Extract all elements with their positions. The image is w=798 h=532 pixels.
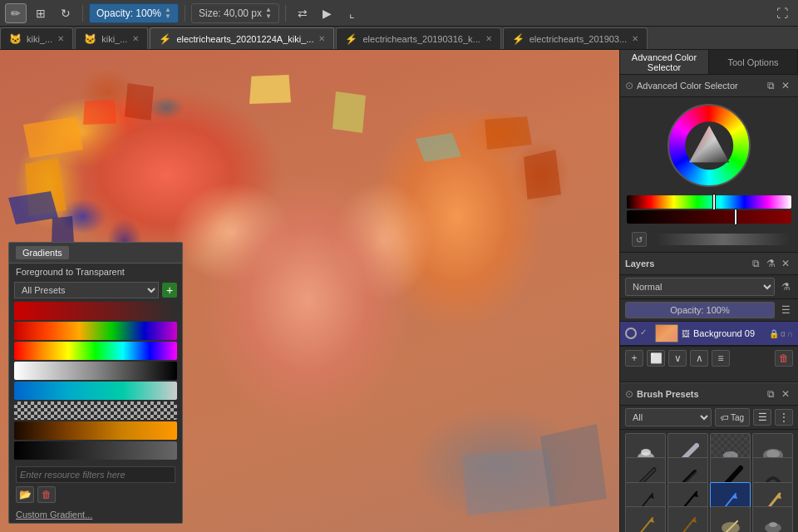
size-down[interactable]: ▼: [265, 13, 272, 20]
move-up-btn[interactable]: ∧: [690, 350, 708, 367]
tab-2-close[interactable]: ✕: [132, 34, 139, 43]
layers-title-bar: Layers ⧉ ⚗ ✕: [620, 253, 798, 275]
tab-tool-options[interactable]: Tool Options: [709, 50, 798, 74]
layers-close-btn[interactable]: ✕: [778, 256, 793, 271]
blend-mode-select[interactable]: Normal Multiply Screen Overlay: [625, 278, 775, 296]
group-layer-btn[interactable]: ⬜: [647, 350, 665, 367]
gradient-item-4[interactable]: [14, 362, 177, 380]
play-btn[interactable]: ▶: [317, 3, 338, 23]
tab-2[interactable]: 🐱 kiki_... ✕: [75, 27, 148, 49]
tag-icon: 🏷: [721, 413, 729, 422]
tab-4-icon: ⚡: [345, 33, 357, 45]
tab-5-close[interactable]: ✕: [632, 34, 638, 43]
import-btn[interactable]: 📂: [16, 486, 34, 503]
brush-item-13[interactable]: [625, 506, 666, 532]
black-bar[interactable]: [627, 210, 791, 224]
gradient-item-7[interactable]: [14, 421, 177, 440]
paint-stroke-lime: [332, 91, 366, 133]
gradient-item-3[interactable]: [14, 342, 177, 360]
layer-inherit-icon[interactable]: ∩: [787, 329, 793, 338]
spectrum-bar[interactable]: [627, 195, 791, 209]
fullscreen-btn[interactable]: ⛶: [771, 3, 793, 23]
delete-layer-btn[interactable]: 🗑: [775, 350, 793, 367]
paint-stroke-darkred: [125, 83, 154, 121]
toolbar-separator-1: [82, 5, 83, 22]
gradients-tab[interactable]: Gradients: [16, 246, 69, 259]
toolbar-separator-3: [285, 5, 286, 22]
brush-filter-row: All 🏷 Tag ☰ ⋮: [620, 406, 798, 430]
add-layer-btn[interactable]: +: [625, 350, 643, 367]
filter-input[interactable]: [16, 466, 175, 483]
preset-select[interactable]: All Presets: [14, 282, 159, 298]
opacity-menu-btn[interactable]: ☰: [778, 303, 793, 318]
tab-3[interactable]: ⚡ electrichearts_20201224A_kiki_... ✕: [150, 27, 334, 49]
properties-btn[interactable]: ≡: [712, 350, 730, 367]
color-wheel[interactable]: [667, 104, 751, 187]
svg-point-28: [769, 522, 777, 527]
brush-menu-btn[interactable]: ⋮: [775, 409, 793, 426]
layer-lock-icon[interactable]: 🔒: [769, 329, 779, 338]
opacity-slider[interactable]: Opacity: 100%: [625, 302, 775, 318]
toolbar-separator-2: [185, 5, 185, 22]
tab-advanced-color[interactable]: Advanced Color Selector: [620, 50, 709, 74]
rotate-tool-btn[interactable]: ↻: [55, 3, 76, 23]
brush-item-16[interactable]: [752, 506, 793, 532]
layers-filter-btn[interactable]: ⚗: [763, 256, 778, 271]
toolbar: ✏ ⊞ ↻ Opacity: 100% ▲ ▼ Size: 40,00 px ▲…: [0, 0, 798, 27]
layer-row-background[interactable]: ✓ 🖼 Background 09 🔒 α ∩: [620, 322, 798, 346]
tag-btn[interactable]: 🏷 Tag: [715, 408, 750, 426]
crop-btn[interactable]: ⌞: [342, 3, 363, 23]
tab-5-icon: ⚡: [512, 33, 525, 45]
size-control[interactable]: Size: 40,00 px ▲ ▼: [191, 3, 279, 23]
spectrum-handle[interactable]: [712, 194, 716, 210]
brush-close-btn[interactable]: ✕: [778, 387, 793, 401]
layer-name: Background 09: [693, 328, 766, 338]
main-area: Gradients Foreground to Transparent All …: [0, 50, 798, 532]
tab-3-close[interactable]: ✕: [318, 34, 325, 43]
color-selector-expand-btn[interactable]: ⧉: [763, 78, 778, 93]
brush-tool-btn[interactable]: ✏: [5, 3, 27, 23]
brush-filter-select[interactable]: All: [625, 408, 712, 426]
gradient-item-8[interactable]: [14, 441, 177, 460]
black-handle[interactable]: [734, 209, 737, 225]
brush-expand-btn[interactable]: ⧉: [763, 387, 778, 401]
gradient-item-1[interactable]: [14, 302, 177, 320]
merge-layer-btn[interactable]: ∨: [668, 350, 687, 367]
tab-5[interactable]: ⚡ electrichearts_201903... ✕: [503, 27, 648, 49]
tab-4-close[interactable]: ✕: [485, 34, 492, 43]
color-selector-lock-icon: ⊙: [625, 80, 633, 91]
custom-gradient-link[interactable]: Custom Gradient...: [9, 506, 182, 523]
delete-btn[interactable]: 🗑: [37, 486, 56, 503]
color-reset-btn[interactable]: ↺: [632, 232, 647, 247]
opacity-down[interactable]: ▼: [165, 13, 171, 20]
layers-expand-btn[interactable]: ⧉: [748, 256, 763, 271]
tab-4[interactable]: ⚡ electrichearts_20190316_k... ✕: [336, 27, 500, 49]
opacity-control[interactable]: Opacity: 100% ▲ ▼: [89, 3, 179, 23]
color-wheel-area: [620, 97, 798, 194]
brush-list-btn[interactable]: ☰: [753, 409, 771, 426]
layer-visibility-btn[interactable]: [625, 328, 637, 339]
blend-filter-icon[interactable]: ⚗: [778, 279, 793, 294]
layer-alpha-icon[interactable]: α: [781, 329, 786, 338]
brush-item-14[interactable]: [667, 506, 708, 532]
mirror-h-btn[interactable]: ⇄: [292, 3, 313, 23]
color-selector-close-btn[interactable]: ✕: [778, 78, 793, 93]
gradient-type-label: Foreground to Transparent: [9, 264, 182, 280]
layer-thumb-icon: 🖼: [682, 329, 690, 338]
gradient-item-2[interactable]: [14, 322, 177, 340]
tab-2-icon: 🐱: [84, 33, 96, 45]
paint-stroke-orange: [482, 116, 532, 150]
gradient-item-6[interactable]: [14, 401, 177, 420]
pattern-tool-btn[interactable]: ⊞: [30, 3, 52, 23]
brush-svg-13: [631, 511, 661, 532]
tab-1-close[interactable]: ✕: [57, 34, 64, 43]
gradient-item-5[interactable]: [14, 382, 177, 400]
filter-icons: 📂 🗑: [16, 486, 175, 503]
brush-item-15[interactable]: [710, 506, 751, 532]
add-gradient-btn[interactable]: +: [162, 283, 177, 298]
svg-point-3: [641, 449, 651, 456]
color-triangle-container[interactable]: [686, 122, 732, 169]
gradient-presets-bar: All Presets +: [9, 280, 182, 300]
tab-1[interactable]: 🐱 kiki_... ✕: [0, 27, 73, 49]
canvas-area[interactable]: Gradients Foreground to Transparent All …: [0, 50, 619, 532]
